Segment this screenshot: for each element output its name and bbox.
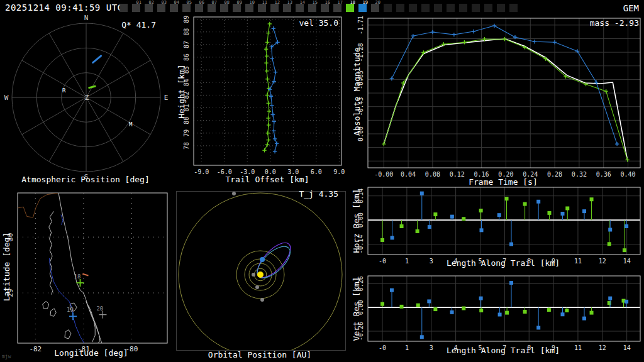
top-status-bar: 20251214 09:41:59 UTC 010203040506070809…	[0, 0, 644, 15]
frame-thumbnail-07[interactable]: 07	[208, 4, 216, 12]
frame-thumbnail-blank[interactable]	[497, 4, 505, 12]
frame-thumbnail-blank[interactable]	[409, 4, 417, 12]
frame-thumbnail-blank[interactable]	[384, 4, 392, 12]
orbit-plot-title: Orbital Position [AU]	[181, 350, 338, 359]
frame-thumbnail-13[interactable]: 13	[283, 4, 291, 12]
frame-thumbnail-blank[interactable]	[472, 4, 480, 12]
velocity-annotation: vel 35.0	[264, 18, 338, 28]
polar-plot-title: Atmospheric Position [deg]	[0, 175, 171, 184]
svg-text:Z: Z	[85, 94, 89, 102]
frame-thumbnail-08[interactable]: 08	[220, 4, 228, 12]
q-star-annotation: Q* 41.7	[107, 20, 156, 30]
frame-thumbnail-19[interactable]: 19	[358, 4, 367, 12]
svg-text:0.04: 0.04	[401, 171, 416, 178]
timestamp: 20251214 09:41:59 UTC	[5, 3, 123, 13]
svg-text:18: 18	[74, 273, 80, 280]
frame-thumbnail-09[interactable]: 09	[233, 4, 241, 12]
horz-res-xlabel: Length Along Trail [km]	[425, 258, 582, 268]
svg-text:1: 1	[405, 258, 409, 265]
frame-thumbnail-blank[interactable]	[396, 4, 404, 12]
svg-text:R: R	[62, 87, 66, 94]
svg-text:20: 20	[96, 305, 103, 312]
trail-offset-xlabel: Trail Offset [km]	[189, 175, 346, 184]
watermark: mjw	[2, 354, 11, 359]
svg-text:0.36: 0.36	[596, 171, 611, 178]
vert-res-ylabel: Vert Res [km]	[352, 240, 361, 362]
frame-thumbnail-04[interactable]: 04	[170, 4, 178, 12]
svg-text:0.40: 0.40	[621, 171, 636, 178]
frame-thumbnail-blank[interactable]	[509, 4, 518, 12]
frame-thumbnail-blank[interactable]	[434, 4, 442, 12]
svg-text:12: 12	[599, 344, 606, 351]
longitude-xlabel: Longitude [deg]	[13, 348, 170, 358]
svg-text:19: 19	[67, 307, 74, 313]
svg-text:14: 14	[623, 258, 631, 265]
frame-thumbnail-blank[interactable]	[447, 4, 455, 12]
svg-text:M: M	[129, 121, 133, 128]
mass-annotation: mass -2.93	[553, 18, 639, 28]
app-window: -9.0-6.0-3.00.03.06.09.07879808182848586…	[0, 0, 644, 362]
frame-thumbnail-02[interactable]: 02	[145, 4, 153, 12]
tisserand-annotation: T_j 4.35	[264, 189, 338, 199]
frame-thumbnail-01[interactable]: 01	[132, 4, 140, 12]
frame-thumbnail-15[interactable]: 15	[308, 4, 316, 12]
svg-text:W: W	[4, 94, 9, 102]
absolute-magnitude-ylabel: Absolute Magnitude	[352, 23, 362, 161]
frame-thumbnail-20[interactable]: 20	[371, 4, 379, 12]
height-ylabel: Height [km]	[177, 23, 186, 161]
frame-thumbnail-03[interactable]: 03	[157, 4, 165, 12]
frame-thumbnail-12[interactable]: 12	[270, 4, 279, 12]
svg-text:E: E	[164, 94, 169, 102]
frame-thumbnail-blank[interactable]	[484, 4, 492, 12]
frame-thumbnail-16[interactable]: 16	[321, 4, 329, 12]
frame-thumbnail-blank[interactable]	[119, 4, 128, 12]
frame-thumbnail-06[interactable]: 06	[195, 4, 203, 12]
frame-thumbnail-17[interactable]: 17	[333, 4, 341, 12]
shower-code-badge: GEM	[623, 3, 639, 13]
latitude-ylabel: Latitude [deg]	[2, 198, 11, 336]
frame-thumbnail-11[interactable]: 11	[258, 4, 266, 12]
frame-time-xlabel: Frame Time [s]	[425, 177, 582, 187]
frame-thumbnail-05[interactable]: 05	[182, 4, 191, 12]
svg-text:14: 14	[623, 344, 631, 351]
frame-thumbnail-18[interactable]: 18	[346, 4, 354, 12]
svg-text:1: 1	[405, 344, 409, 351]
frame-thumbnail-blank[interactable]	[459, 4, 467, 12]
frame-thumbnail-10[interactable]: 10	[245, 4, 253, 12]
svg-text:-0: -0	[379, 344, 386, 351]
svg-text:-0.00: -0.00	[374, 171, 393, 178]
vert-res-xlabel: Length Along Trail [km]	[425, 346, 582, 355]
frame-thumbnail-14[interactable]: 14	[296, 4, 304, 12]
svg-text:-0: -0	[379, 258, 386, 265]
svg-text:12: 12	[599, 258, 606, 265]
frame-thumbnail-blank[interactable]	[421, 4, 430, 12]
